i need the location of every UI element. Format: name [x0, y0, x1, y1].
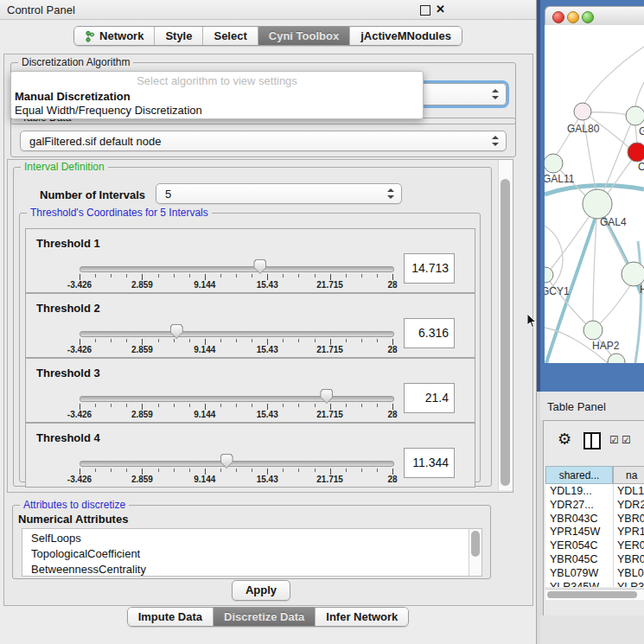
- table-panel-bar: Table Panel: [540, 392, 644, 420]
- numerical-attributes-label: Numerical Attributes: [18, 513, 128, 526]
- threshold-value-field[interactable]: 14.713: [404, 253, 455, 284]
- tick-mark: [377, 469, 378, 472]
- slider-track[interactable]: [80, 461, 394, 467]
- network-node[interactable]: [545, 267, 553, 283]
- tick-mark: [220, 339, 221, 342]
- threshold-value-field[interactable]: 11.344: [404, 448, 455, 478]
- float-window-icon[interactable]: [420, 5, 430, 16]
- threshold-value-field[interactable]: 6.316: [404, 318, 455, 348]
- table-data-combobox[interactable]: galFiltered.sif default node: [20, 131, 507, 151]
- apply-button[interactable]: Apply: [232, 580, 290, 601]
- minimize-traffic-light[interactable]: [567, 11, 579, 23]
- close-traffic-light[interactable]: [552, 11, 564, 23]
- network-node-label: GAL4: [600, 216, 627, 228]
- tick-mark: [95, 274, 96, 277]
- numerical-attributes-list[interactable]: SelfLoopsTopologicalCoefficientBetweenne…: [22, 528, 482, 577]
- slider-track[interactable]: [80, 331, 394, 337]
- tab-impute-data[interactable]: Impute Data: [128, 608, 214, 626]
- spinner-value: 5: [165, 188, 171, 201]
- node-table[interactable]: shared... na YDL19...YDL1YDR27...YDR2YBR…: [545, 466, 644, 587]
- tick-mark: [267, 469, 268, 475]
- close-icon[interactable]: ✕: [436, 3, 445, 16]
- columns-icon[interactable]: [583, 432, 601, 450]
- table-panel: ⚙ ☑ ☑ shared... na YDL19...YDL1YDR27...Y…: [543, 420, 644, 617]
- network-node[interactable]: [545, 154, 563, 173]
- tab-network[interactable]: Network: [74, 27, 155, 45]
- tick-mark: [361, 469, 362, 472]
- table-cell-shared-name: YBR043C: [550, 512, 611, 526]
- table-row[interactable]: YER054CYER0: [545, 539, 644, 552]
- table-row[interactable]: YDR27...YDR2: [545, 498, 644, 512]
- tab-cyni-toolbox[interactable]: Cyni Toolbox: [258, 27, 350, 45]
- table-row[interactable]: YPR145WYPR1: [545, 525, 644, 539]
- table-cell-shared-name: YER054C: [550, 539, 611, 552]
- column-header-name[interactable]: na: [613, 466, 644, 484]
- column-header-shared-name[interactable]: shared...: [545, 466, 613, 484]
- tick-mark: [111, 274, 112, 277]
- tick-mark: [158, 274, 159, 277]
- threshold-value-field[interactable]: 21.4: [404, 383, 455, 413]
- threshold-panel: Threshold 1-3.4262.8599.14415.4321.71528…: [25, 228, 475, 293]
- table-row[interactable]: YDL19...YDL1: [545, 484, 644, 498]
- slider-track[interactable]: [80, 266, 394, 272]
- network-node[interactable]: [608, 354, 625, 363]
- column-separator: [613, 484, 614, 587]
- table-cell-name: YER0: [617, 539, 644, 552]
- horizontal-scrollbar[interactable]: [545, 589, 644, 600]
- tick-mark: [377, 404, 378, 407]
- checkbox-icon[interactable]: ☑: [609, 434, 619, 446]
- network-canvas[interactable]: GAL80GCGAL11GAL4GCY1HHAP2: [545, 25, 644, 363]
- dropdown-option-equal-width-frequency[interactable]: Equal Width/Frequency Discretization: [15, 104, 202, 117]
- tab-style[interactable]: Style: [155, 27, 203, 45]
- table-cell-name: YDR2: [617, 498, 644, 512]
- tab-label: Infer Network: [326, 610, 398, 623]
- tab-label: jActiveMNodules: [360, 29, 451, 42]
- tick-label: -3.426: [58, 280, 101, 290]
- number-of-intervals-spinner[interactable]: 5: [156, 183, 402, 204]
- group-title: Threshold's Coordinates for 5 Intervals: [27, 207, 212, 219]
- vertical-scrollbar-thumb[interactable]: [501, 179, 510, 486]
- table-cell-name: YLR3: [617, 580, 644, 587]
- network-node[interactable]: [626, 106, 644, 125]
- table-row[interactable]: YLR345WYLR3: [545, 580, 644, 587]
- tick-mark: [142, 274, 143, 280]
- table-row[interactable]: YBR043CYBR0: [545, 512, 644, 526]
- dropdown-option-manual-discretization[interactable]: Manual Discretization: [15, 90, 131, 103]
- network-node[interactable]: [622, 262, 644, 286]
- tick-mark: [174, 274, 175, 277]
- tab-label: Network: [99, 29, 143, 42]
- tab-jactivemnodules[interactable]: jActiveMNodules: [350, 27, 462, 45]
- tab-infer-network[interactable]: Infer Network: [316, 608, 408, 626]
- threshold-label: Threshold 1: [36, 237, 100, 250]
- tab-discretize-data[interactable]: Discretize Data: [214, 608, 316, 626]
- checkbox-icon[interactable]: ☑: [622, 434, 631, 446]
- table-row[interactable]: YBR045CYBR0: [545, 552, 644, 566]
- table-cell-name: YPR1: [617, 525, 644, 539]
- vertical-scrollbar[interactable]: [498, 160, 513, 490]
- table-toolbar: ⚙ ☑ ☑: [544, 426, 644, 454]
- interval-definition-group: Interval Definition Number of Intervals …: [13, 167, 492, 487]
- tick-label: 15.43: [245, 475, 289, 484]
- network-node[interactable]: [628, 143, 644, 162]
- attribute-list-item[interactable]: TopologicalCoefficient: [31, 547, 140, 560]
- tick-mark: [330, 469, 331, 475]
- network-node[interactable]: [583, 189, 612, 219]
- tick-mark: [236, 274, 237, 277]
- horizontal-scrollbar-thumb[interactable]: [547, 591, 637, 598]
- tick-mark: [220, 469, 221, 472]
- zoom-traffic-light[interactable]: [582, 11, 594, 23]
- tab-select[interactable]: Select: [203, 27, 258, 45]
- table-cell-shared-name: YPR145W: [550, 525, 611, 539]
- tick-mark: [95, 339, 96, 342]
- slider-track[interactable]: [80, 396, 394, 402]
- list-scrollbar-thumb[interactable]: [471, 531, 480, 557]
- network-window-titlebar[interactable]: [545, 6, 644, 27]
- network-node[interactable]: [574, 103, 591, 120]
- list-scrollbar[interactable]: [469, 529, 481, 576]
- gear-icon[interactable]: ⚙: [558, 430, 571, 449]
- attribute-list-item[interactable]: BetweennessCentrality: [31, 563, 146, 576]
- network-node[interactable]: [583, 321, 603, 340]
- table-row[interactable]: YBL079WYBL0: [545, 566, 644, 580]
- network-node-label: GAL11: [545, 173, 575, 185]
- attribute-list-item[interactable]: SelfLoops: [31, 532, 81, 545]
